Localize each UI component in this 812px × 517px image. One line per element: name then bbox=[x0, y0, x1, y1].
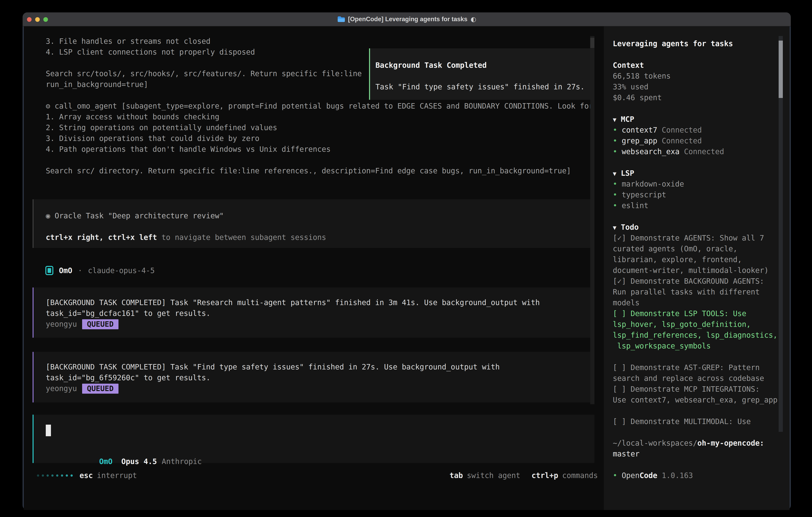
todo-item-done: [✓] Demonstrate AGENTS: Show all 7 curat… bbox=[613, 233, 790, 276]
terminal-line: Search src/ directory. Return specific f… bbox=[46, 166, 604, 176]
ctrlp-key-hint: ctrl+p bbox=[531, 471, 558, 480]
todo-item-done: [✓] Demonstrate BACKGROUND AGENTS: Run p… bbox=[613, 276, 790, 308]
tool-call-line: ⚙ call_omo_agent [subagent_type=explore,… bbox=[46, 101, 604, 112]
agent-model: claude-opus-4-5 bbox=[88, 266, 155, 275]
task-message-line: task_id="bg_6f59260c" to get results. bbox=[46, 373, 594, 383]
terminal-line: 4. Path operations that don't handle Win… bbox=[46, 144, 604, 155]
terminal-pane: 3. File handles or streams not closed 4.… bbox=[24, 26, 604, 510]
workspace-path-strong: oh-my-opencode: bbox=[697, 439, 764, 447]
prompt-input[interactable]: OmOOpus 4.5Anthropic bbox=[33, 415, 594, 463]
tab-key-hint: tab bbox=[450, 471, 463, 480]
ctrlp-key-label: commands bbox=[562, 471, 598, 480]
status-dot-icon: • bbox=[613, 471, 617, 480]
terminal-line: 2. String operations on potentially unde… bbox=[46, 123, 604, 133]
oracle-task-title: Oracle Task "Deep architecture review" bbox=[55, 212, 224, 220]
folder-icon bbox=[337, 16, 345, 22]
mcp-name: context7 bbox=[622, 126, 657, 134]
task-message-line: task_id="bg_dcfac161" to get results. bbox=[46, 308, 594, 319]
oracle-task-title-line: ◉ Oracle Task "Deep architecture review" bbox=[46, 211, 594, 221]
main-scrollbar-thumb[interactable] bbox=[590, 38, 594, 48]
workspace-branch: master bbox=[613, 448, 790, 459]
tab-key-label: switch agent bbox=[467, 471, 520, 480]
task-message-line: [BACKGROUND TASK COMPLETED] Task "Resear… bbox=[46, 297, 594, 308]
omo-agent-icon bbox=[46, 266, 53, 275]
esc-key-hint: esc bbox=[80, 471, 93, 480]
opencode-name-bold: Code bbox=[640, 471, 657, 480]
task-meta-row: yeongyuQUEUED bbox=[46, 383, 594, 394]
todo-item-pending: [ ] Demonstrate AST-GREP: Pattern search… bbox=[613, 362, 790, 384]
terminal-line: 1. Array access without bounds checking bbox=[46, 112, 604, 123]
main-scrollbar[interactable] bbox=[590, 36, 594, 404]
mcp-name: websearch_exa bbox=[622, 147, 680, 156]
todo-line: lsp_find_references, lsp_diagnostics, bbox=[613, 330, 790, 341]
window-title-group: [OpenCode] Leveraging agents for tasks ◐ bbox=[337, 16, 476, 23]
status-dot-icon: • bbox=[613, 147, 617, 156]
terminal-line: 3. File handles or streams not closed bbox=[46, 36, 604, 47]
todo-line: lsp_workspace_symbols bbox=[613, 341, 790, 351]
username: yeongyu bbox=[46, 384, 77, 393]
window-controls bbox=[27, 12, 48, 26]
spinner-dots-icon bbox=[37, 474, 73, 477]
lsp-name: typescript bbox=[622, 191, 666, 199]
lsp-item: • eslint bbox=[613, 200, 790, 211]
todo-line: [ ] Demonstrate AST-GREP: Pattern bbox=[613, 362, 790, 373]
input-provider-label: Anthropic bbox=[162, 457, 202, 466]
context-header: Context bbox=[613, 60, 790, 71]
todo-line: search and replace across codebase bbox=[613, 373, 790, 384]
task-meta-row: yeongyuQUEUED bbox=[46, 319, 594, 330]
close-button[interactable] bbox=[27, 17, 32, 22]
status-dot-icon: • bbox=[613, 137, 617, 145]
mcp-status: Connected bbox=[662, 126, 702, 134]
todo-line: models bbox=[613, 298, 790, 308]
opencode-version-row: • OpenCode 1.0.163 bbox=[613, 470, 790, 481]
todo-line: document-writer, multimodal-looker) bbox=[613, 265, 790, 276]
lsp-header-label: LSP bbox=[621, 169, 634, 178]
context-tokens: 66,518 tokens bbox=[613, 71, 790, 82]
toast-title: Background Task Completed bbox=[375, 60, 593, 71]
titlebar: [OpenCode] Leveraging agents for tasks ◐ bbox=[23, 12, 791, 26]
text-cursor bbox=[46, 425, 51, 436]
task-message-line: [BACKGROUND TASK COMPLETED] Task "Find t… bbox=[46, 362, 594, 373]
session-sidebar: Leveraging agents for tasks Context 66,5… bbox=[604, 26, 790, 510]
todo-line: [ ] Demonstrate LSP TOOLS: Use bbox=[613, 308, 790, 319]
mcp-item: • websearch_exa Connected bbox=[613, 146, 790, 157]
session-half-circle-icon: ◐ bbox=[470, 16, 476, 23]
todo-item-pending: [ ] Demonstrate MCP INTEGRATIONS: Use co… bbox=[613, 384, 790, 405]
todo-item-active: [ ] Demonstrate LSP TOOLS: Use lsp_hover… bbox=[613, 308, 790, 351]
context-used: 33% used bbox=[613, 82, 790, 92]
separator-dot: · bbox=[78, 266, 82, 275]
lsp-section-header[interactable]: ▼ LSP bbox=[613, 168, 790, 179]
mcp-item: • grep_app Connected bbox=[613, 136, 790, 146]
lsp-name: markdown-oxide bbox=[622, 180, 684, 188]
status-left: esc interrupt bbox=[37, 471, 137, 480]
input-agent-label: OmO bbox=[99, 457, 113, 466]
status-right: tab switch agent ctrl+p commands bbox=[450, 471, 598, 480]
input-model-label: Opus 4.5 bbox=[121, 457, 157, 466]
hint-keys: ctrl+x right, ctrl+x left bbox=[46, 233, 157, 242]
lsp-item: • typescript bbox=[613, 190, 790, 200]
agent-header: OmO · claude-opus-4-5 bbox=[46, 265, 604, 276]
context-spent: $0.46 spent bbox=[613, 92, 790, 103]
background-task-message: [BACKGROUND TASK COMPLETED] Task "Find t… bbox=[33, 352, 594, 403]
status-badge: QUEUED bbox=[82, 384, 118, 393]
sidebar-scrollbar-thumb[interactable] bbox=[779, 40, 783, 98]
username: yeongyu bbox=[46, 320, 77, 328]
todo-section-header[interactable]: ▼ Todo bbox=[613, 222, 790, 233]
todo-line: [ ] Demonstrate MCP INTEGRATIONS: bbox=[613, 384, 790, 394]
hint-text: to navigate between subagent sessions bbox=[157, 233, 326, 242]
todo-line: [✓] Demonstrate BACKGROUND AGENTS: bbox=[613, 276, 790, 287]
mcp-section-header[interactable]: ▼ MCP bbox=[613, 114, 790, 125]
sidebar-scrollbar[interactable] bbox=[779, 36, 783, 432]
todo-header-label: Todo bbox=[621, 223, 639, 232]
input-model-row: OmOOpus 4.5Anthropic bbox=[46, 445, 202, 456]
minimize-button[interactable] bbox=[35, 17, 40, 22]
content-area: 3. File handles or streams not closed 4.… bbox=[24, 26, 790, 510]
todo-line: [ ] Demonstrate MULTIMODAL: Use bbox=[613, 416, 790, 427]
background-task-toast: Background Task Completed Task "Find typ… bbox=[369, 48, 594, 100]
gear-icon: ⚙ bbox=[46, 102, 50, 110]
zoom-button[interactable] bbox=[44, 17, 48, 22]
todo-line: lsp_hover, lsp_goto_definition, bbox=[613, 319, 790, 330]
tool-call-text: call_omo_agent [subagent_type=explore, p… bbox=[55, 102, 593, 110]
mcp-status: Connected bbox=[662, 137, 702, 145]
toast-body: Task "Find type safety issues" finished … bbox=[375, 82, 593, 92]
